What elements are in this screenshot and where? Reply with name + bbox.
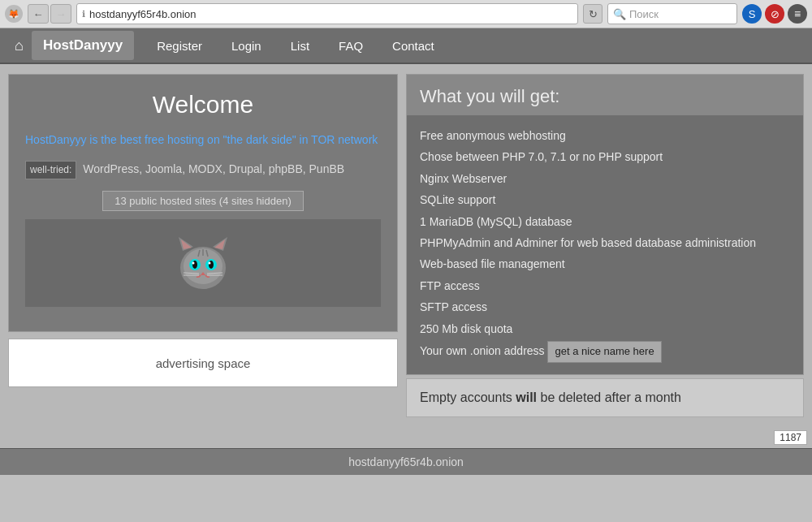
home-button[interactable]: ⌂ <box>6 31 32 61</box>
info-icon: ℹ <box>82 9 85 19</box>
ad-text: advertising space <box>156 356 251 370</box>
search-placeholder: Поиск <box>629 8 659 20</box>
nav-list[interactable]: List <box>276 31 324 61</box>
welcome-title: Welcome <box>25 91 381 119</box>
feature-0: Free anonymous webhosting <box>420 125 790 146</box>
well-tried-apps: WordPress, Joomla, MODX, Drupal, phpBB, … <box>83 162 344 175</box>
search-bar[interactable]: 🔍 Поиск <box>607 3 737 24</box>
back-button[interactable]: ← <box>28 4 49 24</box>
nav-register[interactable]: Register <box>142 31 217 61</box>
will-text: will <box>516 390 537 404</box>
app-menu-button[interactable]: 🦊 <box>5 5 23 23</box>
features-list: Free anonymous webhosting Chose between … <box>407 115 803 374</box>
svg-point-13 <box>192 262 195 265</box>
welcome-box: Welcome HostDanyyy is the best free host… <box>8 74 398 332</box>
forward-button[interactable]: → <box>50 4 71 24</box>
feature-8: SFTP access <box>420 296 790 317</box>
search-icon: 🔍 <box>613 8 626 20</box>
browser-menu-icon[interactable]: ≡ <box>788 4 807 24</box>
feature-7: FTP access <box>420 275 790 296</box>
url-bar[interactable]: ℹ hostdanyyf65r4b.onion <box>76 3 578 24</box>
cat-image-box <box>25 219 381 307</box>
page-footer: hostdanyyf65r4b.onion <box>0 448 812 475</box>
nav-bar: ⌂ HostDanyyy Register Login List FAQ Con… <box>0 28 812 64</box>
svg-point-12 <box>209 261 214 269</box>
site-logo[interactable]: HostDanyyy <box>32 31 134 60</box>
nav-contact[interactable]: Contact <box>378 31 449 61</box>
welcome-description: HostDanyyy is the best free hosting on "… <box>25 132 381 149</box>
browser-icon-s[interactable]: S <box>742 4 762 24</box>
feature-3: SQLite support <box>420 189 790 210</box>
page-content: Welcome HostDanyyy is the best free host… <box>0 64 812 427</box>
what-title: What you will get: <box>407 75 803 115</box>
svg-point-14 <box>209 262 211 265</box>
what-box: What you will get: Free anonymous webhos… <box>406 74 804 375</box>
footer-url: hostdanyyf65r4b.onion <box>348 455 464 468</box>
nav-buttons: ← → <box>28 4 71 24</box>
nice-name-button[interactable]: get a nice name here <box>547 341 661 363</box>
right-column: What you will get: Free anonymous webhos… <box>406 74 804 417</box>
url-text: hostdanyyf65r4b.onion <box>89 8 197 20</box>
nav-links: Register Login List FAQ Contact <box>142 31 449 61</box>
nav-login[interactable]: Login <box>217 31 276 61</box>
empty-accounts-text: Empty accounts will be deleted after a m… <box>420 390 681 404</box>
refresh-button[interactable]: ↻ <box>583 4 603 24</box>
browser-extra-icons: S ⊘ ≡ <box>742 4 807 24</box>
feature-9: 250 Mb disk quota <box>420 318 790 339</box>
well-tried-row: well-tried: WordPress, Joomla, MODX, Dru… <box>25 160 381 179</box>
svg-point-11 <box>192 261 197 269</box>
cat-image <box>171 231 235 296</box>
browser-chrome: 🦊 ← → ℹ hostdanyyf65r4b.onion ↻ 🔍 Поиск … <box>0 0 812 28</box>
feature-4: 1 MariaDB (MySQL) database <box>420 211 790 232</box>
browser-icon-stop[interactable]: ⊘ <box>765 4 784 24</box>
browser-toolbar: 🦊 ← → ℹ hostdanyyf65r4b.onion ↻ 🔍 Поиск … <box>0 0 812 28</box>
feature-1: Chose between PHP 7.0, 7.1 or no PHP sup… <box>420 146 790 167</box>
hosted-sites-btn[interactable]: 13 public hosted sites (4 sites hidden) <box>25 191 381 219</box>
left-column: Welcome HostDanyyy is the best free host… <box>8 74 398 417</box>
feature-5: PHPMyAdmin and Adminer for web based dat… <box>420 232 790 253</box>
feature-10: Your own .onion address get a nice name … <box>420 339 790 365</box>
counter-row: 1187 <box>0 427 812 448</box>
nav-faq[interactable]: FAQ <box>324 31 378 61</box>
empty-accounts-box: Empty accounts will be deleted after a m… <box>406 378 804 417</box>
feature-2: Nginx Webserver <box>420 168 790 189</box>
well-tried-badge: well-tried: <box>25 161 76 179</box>
ad-box: advertising space <box>8 339 398 387</box>
feature-6: Web-based file management <box>420 253 790 274</box>
counter-badge: 1187 <box>774 430 807 445</box>
